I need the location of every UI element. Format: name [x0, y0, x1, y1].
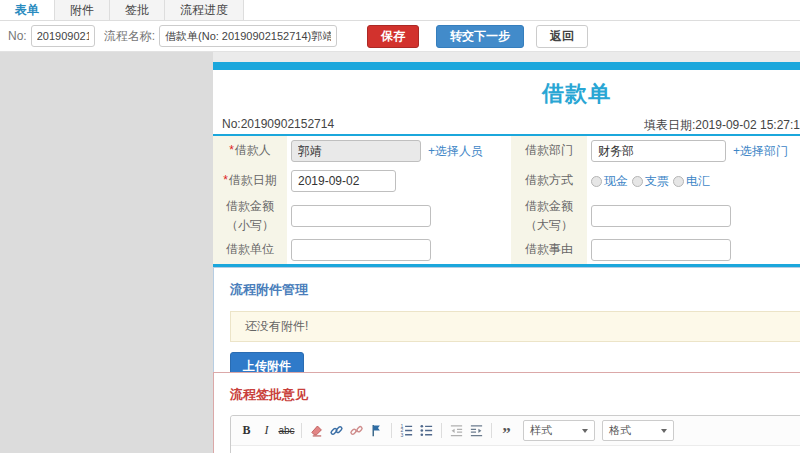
style-dropdown-label: 样式 [530, 423, 552, 438]
select-person-link[interactable]: +选择人员 [428, 143, 483, 160]
radio-cheque[interactable]: 支票 [632, 173, 669, 190]
process-name-label: 流程名称: [104, 28, 155, 45]
tab-approval[interactable]: 签批 [110, 0, 165, 20]
unordered-list-icon[interactable] [417, 421, 436, 440]
italic-icon[interactable]: I [257, 421, 276, 440]
department-input-cell: +选择部门 [587, 136, 800, 166]
department-label: 借款部门 [525, 141, 573, 160]
header-toolbar: No: 流程名称: 保存 转交下一步 返回 [0, 21, 800, 52]
ordered-list-icon[interactable]: 123 [397, 421, 416, 440]
svg-text:3: 3 [400, 432, 403, 438]
tab-attachment[interactable]: 附件 [55, 0, 110, 20]
attachments-heading: 流程附件管理 [230, 281, 800, 299]
loan-form-card: 借款单 No:20190902152714 填表日期:2019-09-02 15… [213, 62, 800, 270]
toolbar-separator [491, 423, 492, 438]
tab-progress-label: 流程进度 [180, 2, 228, 19]
remove-format-icon[interactable] [307, 421, 326, 440]
department-input[interactable] [591, 140, 726, 162]
bold-icon[interactable]: B [237, 421, 256, 440]
format-dropdown-label: 格式 [609, 423, 631, 438]
toolbar-separator [391, 423, 392, 438]
rich-text-editor: B I abc 123 [230, 415, 800, 453]
chevron-down-icon [661, 429, 667, 433]
required-marker: * [229, 143, 234, 157]
amount-upper-input[interactable] [591, 205, 731, 227]
radio-cash[interactable]: 现金 [591, 173, 628, 190]
amount-upper-input-cell [587, 196, 800, 236]
no-label: No: [8, 29, 27, 43]
outdent-icon[interactable] [447, 421, 466, 440]
anchor-flag-icon[interactable] [367, 421, 386, 440]
radio-wire-circle-icon[interactable] [673, 176, 684, 187]
loan-reason-label-cell: 借款事由 [511, 236, 587, 264]
loan-reason-input[interactable] [591, 239, 731, 261]
radio-cheque-label: 支票 [645, 173, 669, 190]
radio-wire-label: 电汇 [686, 173, 710, 190]
next-step-button[interactable]: 转交下一步 [436, 25, 524, 48]
tab-form-label: 表单 [15, 2, 39, 19]
amount-upper-label-cell: 借款金额（大写） [511, 196, 587, 236]
back-button[interactable]: 返回 [536, 25, 588, 48]
format-dropdown[interactable]: 格式 [602, 420, 674, 441]
link-icon[interactable] [327, 421, 346, 440]
approval-heading: 流程签批意见 [230, 386, 800, 404]
page-title: 借款单 [213, 70, 800, 115]
top-accent-bar [213, 62, 800, 70]
approval-section: 流程签批意见 B I abc 123 [213, 372, 800, 453]
radio-cheque-circle-icon[interactable] [632, 176, 643, 187]
borrower-label: 借款人 [235, 143, 271, 157]
style-dropdown[interactable]: 样式 [523, 420, 595, 441]
amount-lower-input[interactable] [291, 205, 431, 227]
tab-approval-label: 签批 [125, 2, 149, 19]
borrower-input[interactable] [291, 140, 421, 162]
loan-method-label-cell: 借款方式 [511, 166, 587, 196]
document-no: No:20190902152714 [222, 117, 334, 131]
department-label-cell: 借款部门 [511, 136, 587, 166]
indent-icon[interactable] [467, 421, 486, 440]
loan-unit-input[interactable] [291, 239, 431, 261]
no-input[interactable] [31, 25, 95, 47]
loan-method-options-cell: 现金 支票 电汇 [587, 166, 800, 196]
tab-bar: 表单 附件 签批 流程进度 [0, 0, 800, 21]
loan-reason-label: 借款事由 [525, 240, 573, 259]
blockquote-icon[interactable]: ” [497, 421, 516, 440]
loan-date-input[interactable] [291, 170, 396, 192]
loan-unit-label-cell: 借款单位 [213, 236, 287, 264]
amount-lower-input-cell [287, 196, 511, 236]
loan-form-grid: *借款人 +选择人员 借款部门 +选择部门 *借款日期 借款方式 现金 [213, 136, 800, 264]
process-name-input[interactable] [159, 25, 337, 47]
required-marker: * [223, 173, 228, 187]
tab-progress[interactable]: 流程进度 [165, 0, 244, 20]
radio-cash-circle-icon[interactable] [591, 176, 602, 187]
tab-form[interactable]: 表单 [0, 0, 55, 20]
document-meta-row: No:20190902152714 填表日期:2019-09-02 15:27:… [213, 115, 800, 134]
save-button[interactable]: 保存 [367, 25, 419, 48]
fill-date: 填表日期:2019-09-02 15:27:1 [644, 117, 800, 134]
borrower-label-cell: *借款人 [213, 136, 287, 166]
toolbar-separator [301, 423, 302, 438]
no-attachments-message: 还没有附件! [230, 311, 800, 342]
amount-upper-label: 借款金额（大写） [519, 197, 579, 235]
loan-date-label-cell: *借款日期 [213, 166, 287, 196]
loan-date-input-cell [287, 166, 511, 196]
editor-toolbar: B I abc 123 [231, 416, 800, 446]
radio-wire[interactable]: 电汇 [673, 173, 710, 190]
strikethrough-icon[interactable]: abc [277, 421, 296, 440]
amount-lower-label: 借款金额（小写） [221, 197, 279, 235]
unlink-icon[interactable] [347, 421, 366, 440]
loan-date-label: 借款日期 [229, 173, 277, 187]
loan-method-label: 借款方式 [525, 171, 573, 190]
chevron-down-icon [582, 429, 588, 433]
radio-cash-label: 现金 [604, 173, 628, 190]
loan-reason-input-cell [587, 236, 800, 264]
loan-unit-input-cell [287, 236, 511, 264]
amount-lower-label-cell: 借款金额（小写） [213, 196, 287, 236]
editor-content-area[interactable] [231, 446, 800, 453]
loan-unit-label: 借款单位 [226, 240, 274, 259]
tab-attachment-label: 附件 [70, 2, 94, 19]
toolbar-separator [441, 423, 442, 438]
select-department-link[interactable]: +选择部门 [733, 143, 788, 160]
borrower-input-cell: +选择人员 [287, 136, 511, 166]
